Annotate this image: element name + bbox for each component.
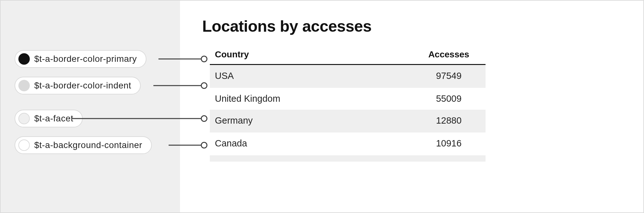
table-header-row: Country Accesses: [210, 46, 486, 65]
token-label: $t-a-facet: [34, 113, 73, 124]
cell-country: United Kingdom: [215, 94, 417, 104]
token-chip-border-color-primary: $t-a-border-color-primary: [15, 50, 146, 68]
cell-country: USA: [215, 71, 417, 81]
token-label: $t-a-border-color-primary: [34, 54, 137, 64]
token-chip-facet: $t-a-facet: [15, 110, 83, 127]
token-chip-background-container: $t-a-background-container: [15, 136, 152, 154]
diagram-frame: Locations by accesses Country Accesses U…: [0, 0, 644, 213]
data-table: Country Accesses USA 97549 United Kingdo…: [210, 46, 486, 162]
truncated-row-indicator: [210, 155, 486, 162]
cell-accesses: 10916: [417, 138, 480, 149]
cell-country: Germany: [215, 115, 417, 126]
table-row: Germany 12880: [210, 110, 486, 132]
cell-country: Canada: [215, 138, 417, 149]
sidebar-panel: [1, 1, 180, 212]
content-panel: Locations by accesses Country Accesses U…: [180, 1, 643, 212]
token-label: $t-a-border-color-indent: [34, 81, 131, 91]
table-row: United Kingdom 55009: [210, 88, 486, 110]
color-swatch-icon: [18, 53, 30, 65]
color-swatch-icon: [18, 113, 30, 124]
column-header-accesses: Accesses: [417, 49, 480, 60]
table-row: Canada 10916: [210, 132, 486, 154]
cell-accesses: 55009: [417, 94, 480, 104]
cell-accesses: 97549: [417, 71, 480, 81]
cell-accesses: 12880: [417, 115, 480, 126]
color-swatch-icon: [18, 80, 30, 91]
token-chip-border-color-indent: $t-a-border-color-indent: [15, 77, 141, 94]
color-swatch-icon: [18, 139, 30, 151]
token-label: $t-a-background-container: [34, 140, 142, 150]
table-row: USA 97549: [210, 65, 486, 87]
page-title: Locations by accesses: [202, 17, 643, 36]
column-header-country: Country: [215, 49, 417, 60]
